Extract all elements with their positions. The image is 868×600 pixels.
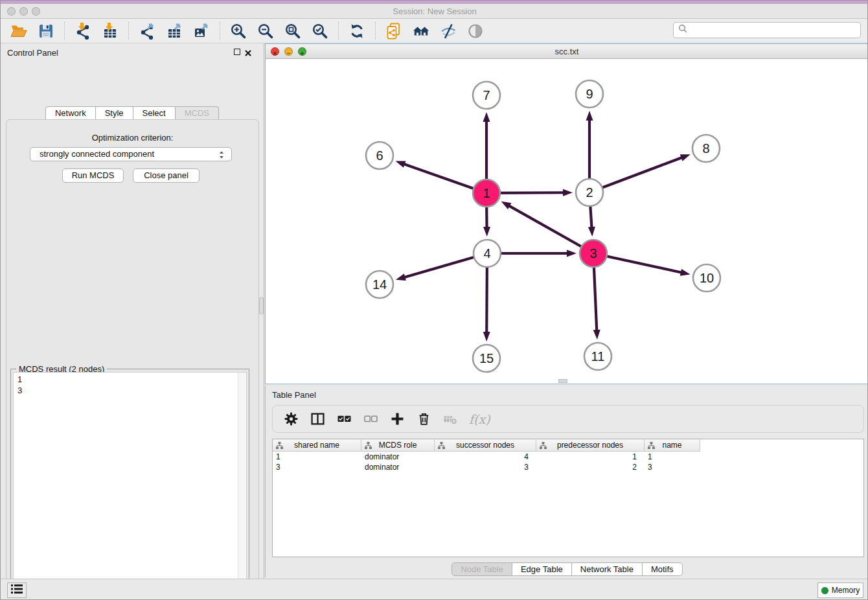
- cell-predecessor-nodes: 1: [536, 452, 645, 462]
- cell-successor-nodes: 3: [435, 462, 536, 472]
- graph-node-label: 8: [702, 141, 709, 156]
- graph-node-label: 10: [700, 271, 714, 285]
- shared-column-icon: [648, 442, 655, 451]
- memory-button[interactable]: Memory: [817, 583, 863, 598]
- table-row[interactable]: 1dominator411: [273, 452, 700, 462]
- run-mcds-button[interactable]: Run MCDS: [62, 168, 124, 183]
- float-panel-icon[interactable]: [234, 49, 240, 55]
- tab-network-table[interactable]: Network Table: [572, 562, 643, 576]
- optimization-criterion-label: Optimization criterion:: [6, 133, 258, 143]
- open-folder-icon[interactable]: [10, 22, 28, 40]
- network-canvas[interactable]: 7968124314101511: [266, 59, 868, 384]
- control-panel-title: Control Panel: [7, 48, 58, 58]
- memory-button-label: Memory: [832, 586, 860, 595]
- import-network-icon[interactable]: [74, 22, 92, 40]
- column-header-successor-nodes[interactable]: successor nodes: [435, 439, 536, 452]
- column-header-label: MCDS role: [379, 441, 417, 450]
- columns-icon[interactable]: [310, 411, 325, 427]
- zoom-out-icon[interactable]: [257, 22, 275, 40]
- import-table-icon[interactable]: [101, 22, 119, 40]
- shared-column-icon: [276, 442, 283, 451]
- result-scrollbar[interactable]: [238, 373, 246, 600]
- cell-name: 3: [645, 462, 700, 472]
- network-window-title: scc.txt: [266, 47, 868, 56]
- column-header-label: name: [662, 441, 681, 450]
- toolbar-group: [220, 22, 338, 40]
- save-icon[interactable]: [37, 22, 55, 40]
- zoom-fit-icon[interactable]: [284, 22, 302, 40]
- edge-arrowhead: [563, 189, 573, 196]
- node-table: shared nameMCDS rolesuccessor nodesprede…: [272, 439, 864, 557]
- edge-arrowhead: [588, 227, 595, 237]
- edge-arrowhead: [586, 111, 593, 121]
- deselect-all-icon[interactable]: [363, 411, 378, 427]
- gear-icon[interactable]: [283, 411, 299, 427]
- tab-motifs[interactable]: Motifs: [643, 562, 683, 576]
- column-header-label: successor nodes: [456, 441, 514, 450]
- select-all-icon[interactable]: [336, 411, 352, 427]
- add-row-icon[interactable]: [389, 411, 405, 427]
- cell-MCDS-role: dominator: [361, 462, 435, 472]
- refresh-icon[interactable]: [348, 22, 366, 40]
- shared-column-icon: [540, 442, 547, 451]
- edge-arrowhead: [396, 161, 406, 167]
- canvas-scrollbar-thumb[interactable]: [558, 379, 567, 383]
- column-header-predecessor-nodes[interactable]: predecessor nodes: [536, 439, 645, 452]
- cell-shared-name: 1: [273, 452, 361, 462]
- status-bar: Memory: [1, 579, 868, 600]
- graph-node-label: 1: [483, 186, 490, 200]
- column-header-label: shared name: [294, 441, 339, 450]
- delete-row-icon[interactable]: [416, 411, 431, 427]
- toolbar-group: [1, 22, 64, 40]
- table-panel-title: Table Panel: [272, 390, 316, 400]
- close-panel-button[interactable]: Close panel: [133, 168, 200, 183]
- tab-node-table[interactable]: Node Table: [451, 562, 512, 576]
- criterion-dropdown-value: strongly connected component: [40, 149, 154, 159]
- edge-3-1[interactable]: [508, 205, 593, 253]
- function-builder-icon[interactable]: f(x): [469, 412, 490, 426]
- graph-node-label: 7: [483, 88, 490, 102]
- graph-node-label: 15: [479, 351, 494, 365]
- column-header-MCDS-role[interactable]: MCDS role: [361, 439, 435, 452]
- edge-2-8[interactable]: [589, 157, 683, 192]
- toolbar-group: [129, 22, 220, 40]
- tab-network[interactable]: Network: [45, 106, 96, 120]
- main-toolbar: [1, 19, 868, 43]
- graph-node-label: 2: [586, 185, 593, 200]
- criterion-dropdown[interactable]: strongly connected component: [30, 147, 232, 161]
- zoom-selected-icon[interactable]: [311, 22, 329, 40]
- clone-network-icon[interactable]: [385, 22, 403, 40]
- table-row[interactable]: 3dominator323: [273, 462, 700, 472]
- tab-mcds[interactable]: MCDS: [176, 106, 219, 120]
- tab-edge-table[interactable]: Edge Table: [512, 562, 572, 576]
- mcds-result-line: 1: [17, 374, 242, 385]
- zoom-in-icon[interactable]: [229, 22, 247, 40]
- network-window-titlebar[interactable]: scc.txt: [266, 44, 868, 59]
- mcds-result-group: MCDS result (2 nodes) 13: [10, 369, 249, 600]
- panel-splitter-handle[interactable]: [259, 297, 264, 314]
- eye-slash-icon[interactable]: [439, 22, 457, 40]
- tab-style[interactable]: Style: [96, 106, 133, 120]
- cell-name: 1: [645, 452, 700, 462]
- tab-select[interactable]: Select: [133, 106, 176, 120]
- homes-icon[interactable]: [412, 22, 430, 40]
- close-panel-icon[interactable]: [244, 48, 252, 60]
- export-network-icon[interactable]: [138, 22, 156, 40]
- graph-node-label: 6: [376, 148, 383, 163]
- column-header-name[interactable]: name: [645, 439, 700, 452]
- toolbar-group: [339, 22, 375, 40]
- column-header-shared-name[interactable]: shared name: [273, 439, 361, 452]
- toolbar-group: [65, 22, 128, 40]
- graph-node-label: 4: [483, 246, 490, 260]
- table-header-row: shared nameMCDS rolesuccessor nodesprede…: [273, 439, 700, 452]
- search-input[interactable]: [692, 25, 860, 35]
- export-image-icon[interactable]: [192, 22, 211, 40]
- export-table-icon[interactable]: [165, 22, 183, 40]
- cell-predecessor-nodes: 2: [536, 462, 645, 472]
- delete-table-icon[interactable]: [442, 411, 458, 427]
- app-titlebar: Session: New Session: [1, 1, 868, 19]
- task-history-button[interactable]: [7, 583, 27, 598]
- eye-icon[interactable]: [466, 22, 485, 40]
- mcds-result-textarea[interactable]: 13: [13, 372, 247, 600]
- search-field[interactable]: [673, 22, 861, 38]
